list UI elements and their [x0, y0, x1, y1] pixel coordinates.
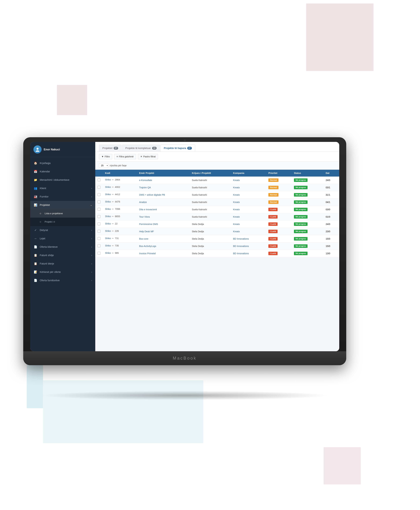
sidebar-item-oferta-furnitoreve[interactable]: 📄 Oferta furnitorëve ›	[30, 276, 95, 285]
cell-checkbox[interactable]	[95, 242, 103, 250]
cell-checkbox[interactable]	[95, 221, 103, 228]
cell-creator: Suela Katroshi	[190, 177, 231, 184]
cell-checkbox[interactable]	[95, 235, 103, 242]
row-checkbox[interactable]	[98, 245, 100, 247]
sidebar-item-fature-blerje[interactable]: 📋 Faturë blerje ›	[30, 259, 95, 268]
cell-project-name[interactable]: Tour Vlora	[137, 213, 190, 221]
cell-date: 01/0	[323, 213, 339, 221]
cell-company[interactable]: BD Innovations	[231, 235, 266, 242]
cell-checkbox[interactable]	[95, 228, 103, 235]
cell-company[interactable]: Kreatx	[231, 228, 266, 235]
view-link[interactable]: Shiko	[105, 244, 111, 247]
row-checkbox[interactable]	[98, 186, 100, 189]
view-link[interactable]: Shiko	[105, 208, 111, 210]
page-size-select[interactable]: 25 50 100	[99, 163, 108, 168]
sidebar-item-lejet[interactable]: ↔ Lejet ›	[30, 234, 95, 243]
cell-company[interactable]: Kreatx	[231, 206, 266, 213]
sidebar-item-projekt-i-ri[interactable]: ○ Projekt i ri	[30, 218, 95, 226]
row-checkbox[interactable]	[98, 178, 100, 181]
row-checkbox[interactable]	[98, 237, 100, 240]
sidebar-item-kryefaqja[interactable]: 🏠 Kryefaqja	[30, 159, 95, 167]
row-checkbox[interactable]	[98, 252, 100, 255]
cell-priority: I Lartë	[266, 221, 292, 228]
row-checkbox[interactable]	[98, 193, 100, 196]
cell-project-name[interactable]: Trajnim QA	[137, 184, 190, 191]
cell-project-name[interactable]: DMS + arkive digitale PB	[137, 191, 190, 199]
cell-company[interactable]: BD Innovations	[231, 242, 266, 250]
cell-project-name[interactable]: e-Konsullate	[137, 177, 190, 184]
cell-company[interactable]: Kreatx	[231, 184, 266, 191]
cell-company[interactable]: Kreatx	[231, 177, 266, 184]
cell-checkbox[interactable]	[95, 177, 103, 184]
edit-icon[interactable]: ✏	[112, 237, 114, 240]
view-link[interactable]: Shiko	[105, 193, 111, 196]
cell-company[interactable]: BD Innovations	[231, 250, 266, 257]
sidebar-item-klient[interactable]: 👥 Klient ›	[30, 184, 95, 193]
edit-icon[interactable]: ✏	[112, 230, 114, 232]
row-checkbox[interactable]	[98, 215, 100, 218]
cell-priority: I Lartë	[266, 242, 292, 250]
edit-icon[interactable]: ✏	[112, 245, 114, 247]
sidebar-item-kerkese-oferte[interactable]: 📝 Kërkesë për oferte ›	[30, 268, 95, 276]
edit-icon[interactable]: ✏	[112, 178, 114, 181]
view-link[interactable]: Shiko	[105, 230, 111, 232]
cell-checkbox[interactable]	[95, 199, 103, 206]
sidebar-item-lista-projekteve[interactable]: ○ Lista e projekteve	[30, 209, 95, 218]
cell-code: 735	[115, 244, 119, 247]
cell-company[interactable]: Kreatx	[231, 199, 266, 206]
row-checkbox[interactable]	[98, 208, 100, 211]
cell-status: Në progres	[292, 177, 323, 184]
col-name: Emër Projekti	[137, 170, 190, 177]
cell-project-name[interactable]: Help Desk MF	[137, 228, 190, 235]
sidebar-item-detyrat[interactable]: ✓ Detyrat ›	[30, 226, 95, 234]
cell-project-name[interactable]: Dita e inovacionit	[137, 206, 190, 213]
cell-checkbox[interactable]	[95, 206, 103, 213]
view-link[interactable]: Shiko	[105, 201, 111, 203]
edit-icon[interactable]: ✏	[112, 193, 114, 196]
cell-project-name[interactable]: Bss-core	[137, 235, 190, 242]
cell-project-name[interactable]: Permiresime DMS	[137, 221, 190, 228]
cell-company[interactable]: Kreatx	[231, 221, 266, 228]
clear-filters-button[interactable]: ✕ Pastro filtrat	[138, 154, 158, 159]
cell-company[interactable]: Kreatx	[231, 191, 266, 199]
sidebar-item-menaxhimi[interactable]: 📁 Menaxhimi i dokumentave	[30, 176, 95, 184]
tab-te-kompletuar[interactable]: Projekte të kompletuar 10	[122, 145, 160, 152]
filter-button[interactable]: ▼ Filtro	[99, 154, 112, 159]
cell-status: Në progres	[292, 242, 323, 250]
sidebar-item-label: Menaxhimi i dokumentave	[40, 178, 69, 181]
edit-icon[interactable]: ✏	[112, 223, 114, 225]
row-checkbox[interactable]	[98, 201, 100, 203]
deco-top-left	[57, 85, 87, 115]
edit-icon[interactable]: ✏	[112, 252, 114, 254]
tab-projektet[interactable]: Projektet 97	[99, 145, 121, 152]
cell-checkbox[interactable]	[95, 250, 103, 257]
edit-icon[interactable]: ✏	[112, 186, 114, 188]
row-checkbox[interactable]	[98, 230, 100, 233]
cell-checkbox[interactable]	[95, 213, 103, 221]
edit-icon[interactable]: ✏	[112, 201, 114, 203]
sidebar-item-fature-shitje[interactable]: 📋 Faturë shitje ›	[30, 251, 95, 259]
view-link[interactable]: Shiko	[105, 178, 111, 181]
active-filters-button[interactable]: ≡ Filtra gatshmë	[114, 154, 136, 159]
cell-company[interactable]: Kreatx	[231, 213, 266, 221]
sidebar-item-kalendar[interactable]: 📅 Kalendar	[30, 167, 95, 176]
tab-te-hapura[interactable]: Projekte të hapura 87	[160, 145, 195, 152]
sidebar-item-furnitor[interactable]: 🏭 Furnitor ›	[30, 193, 95, 201]
view-link[interactable]: Shiko	[105, 222, 111, 225]
row-checkbox[interactable]	[98, 223, 100, 225]
cell-checkbox[interactable]	[95, 184, 103, 191]
cell-project-name[interactable]: Bss-ActivityLogs	[137, 242, 190, 250]
sidebar-item-oferta-klienteve[interactable]: 📄 Oferta klienteve ›	[30, 243, 95, 251]
request-icon: 📝	[33, 270, 38, 274]
view-link[interactable]: Shiko	[105, 237, 111, 240]
view-link[interactable]: Shiko	[105, 252, 111, 254]
cell-checkbox[interactable]	[95, 191, 103, 199]
priority-badge: I Lartë	[268, 244, 278, 248]
edit-icon[interactable]: ✏	[112, 215, 114, 218]
cell-project-name[interactable]: Analize	[137, 199, 190, 206]
cell-project-name[interactable]: Invoice Primetel	[137, 250, 190, 257]
sidebar-item-projektet[interactable]: 📊 Projektet ⌄	[30, 201, 95, 209]
view-link[interactable]: Shiko	[105, 186, 111, 188]
view-link[interactable]: Shiko	[105, 215, 111, 218]
edit-icon[interactable]: ✏	[112, 208, 114, 210]
